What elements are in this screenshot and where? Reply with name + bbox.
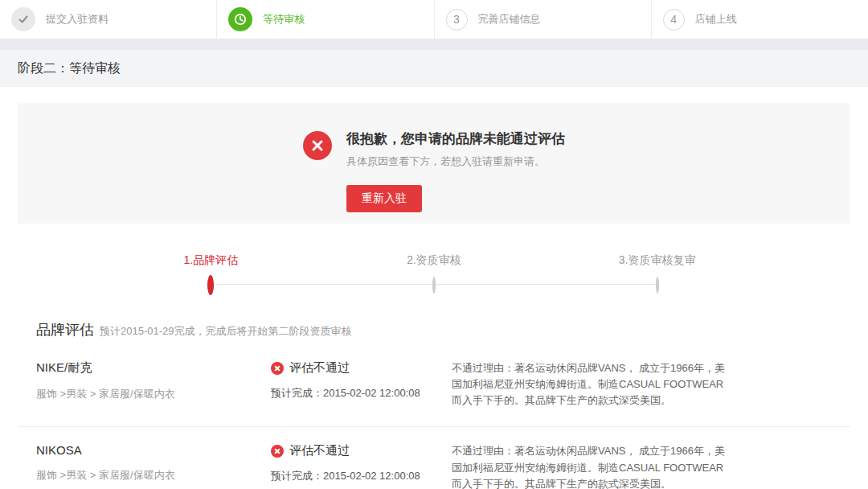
brand-eval-section-header: 品牌评估预计2015-01-29完成，完成后将开始第二阶段资质审核 [36,320,850,339]
rejection-notice-panel: 很抱歉，您申请的品牌未能通过评估 具体原因查看下方，若想入驻请重新申请。 重新入… [18,103,850,224]
main-content: 很抱歉，您申请的品牌未能通过评估 具体原因查看下方，若想入驻请重新申请。 重新入… [0,87,868,489]
step-submit-info[interactable]: 提交入驻资料 [0,0,216,39]
brand-name: NIKOSA [36,443,271,457]
eta-text: 预计完成：2015-02-02 12:00:08 [271,469,452,483]
brand-category: 服饰 >男装 > 家居服/保暖内衣 [36,387,271,401]
divider-strip [0,39,868,50]
rejection-reason: 不通过理由：著名运动休闲品牌VANS， 成立于1966年，美国加利福尼亚州安纳海… [452,360,725,409]
step-label: 完善店铺信息 [478,12,541,27]
brand-result-row: NIKE/耐克 服饰 >男装 > 家居服/保暖内衣 评估不通过 预计完成：201… [18,344,850,427]
error-icon [271,445,284,458]
step-shop-info[interactable]: 3 完善店铺信息 [434,0,651,39]
tracker-label: 2.资质审核 [322,253,546,268]
tracker-stage-qualification: 2.资质审核 [322,253,546,268]
brand-result-row: NIKOSA 服饰 >男装 > 家居服/保暖内衣 评估不通过 预计完成：2015… [18,427,850,489]
tracker-dot [432,277,436,294]
rejection-reason: 不通过理由：著名运动休闲品牌VANS， 成立于1966年，美国加利福尼亚州安纳海… [452,443,725,489]
reapply-button[interactable]: 重新入驻 [346,185,422,212]
step-wait-review[interactable]: 等待审核 [216,0,433,39]
step-label: 提交入驻资料 [46,12,108,27]
step-label: 等待审核 [263,12,305,27]
step-label: 店铺上线 [695,12,737,27]
status-badge: 评估不通过 [289,443,350,458]
clock-icon [228,7,252,31]
onboarding-stepbar: 提交入驻资料 等待审核 3 完善店铺信息 4 店铺上线 [0,0,868,39]
step-number-badge: 3 [446,9,468,31]
tracker-dot-active [207,275,214,295]
notice-description: 具体原因查看下方，若想入驻请重新申请。 [346,154,565,169]
step-shop-online[interactable]: 4 店铺上线 [651,0,868,39]
section-title: 品牌评估 [36,322,94,338]
brand-category: 服饰 >男装 > 家居服/保暖内衣 [36,468,271,483]
review-progress-tracker: 1.品牌评估 2.资质审核 3.资质审核复审 [100,253,769,291]
notice-title: 很抱歉，您申请的品牌未能通过评估 [346,129,565,148]
tracker-label: 3.资质审核复审 [546,253,769,268]
tracker-stage-qualification-recheck: 3.资质审核复审 [546,253,769,268]
error-icon [303,131,332,160]
tracker-label: 1.品牌评估 [100,253,323,268]
status-badge: 评估不通过 [289,360,350,376]
tracker-dot [656,277,659,294]
brand-name: NIKE/耐克 [36,360,271,376]
error-icon [271,362,284,375]
check-icon [11,7,35,31]
stage-title: 阶段二：等待审核 [18,60,121,77]
section-subtitle: 预计2015-01-29完成，完成后将开始第二阶段资质审核 [100,325,352,337]
eta-text: 预计完成：2015-02-02 12:00:08 [271,386,452,401]
tracker-stage-brand-eval: 1.品牌评估 [100,253,323,268]
step-number-badge: 4 [663,9,685,31]
stage-header: 阶段二：等待审核 [0,50,868,87]
